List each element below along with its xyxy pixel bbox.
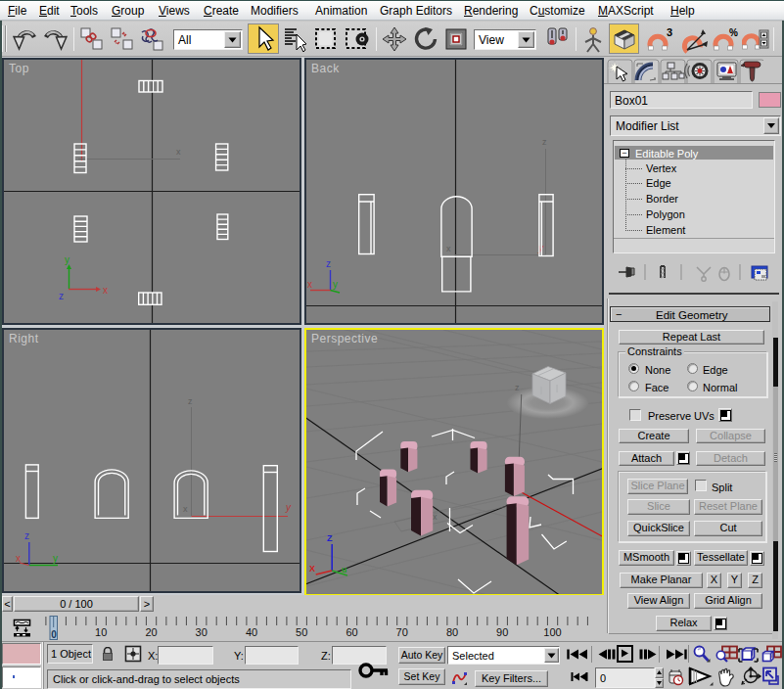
svg-text:0: 0 xyxy=(51,629,57,640)
svg-text:x: x xyxy=(16,553,21,564)
svg-text:Z: Z xyxy=(327,533,333,543)
svg-text:X: X xyxy=(309,564,315,574)
svg-text:y: y xyxy=(53,553,58,564)
svg-text:30: 30 xyxy=(196,626,208,638)
svg-text:x: x xyxy=(183,504,188,514)
svg-text:3: 3 xyxy=(667,26,672,38)
svg-text:y: y xyxy=(333,279,338,290)
svg-text:u: u xyxy=(342,565,347,574)
svg-text:y: y xyxy=(285,502,292,513)
svg-text:70: 70 xyxy=(396,626,408,638)
svg-text:z: z xyxy=(542,137,547,147)
svg-text:x: x xyxy=(433,512,438,522)
svg-text:z: z xyxy=(188,396,193,406)
svg-text:z: z xyxy=(24,530,29,541)
svg-text:y: y xyxy=(537,243,544,253)
svg-text:x: x xyxy=(176,147,181,157)
svg-text:z: z xyxy=(59,291,64,301)
svg-text:10: 10 xyxy=(95,626,107,638)
svg-text:z: z xyxy=(515,383,520,392)
svg-text:y: y xyxy=(65,254,69,265)
svg-text:x: x xyxy=(103,285,108,296)
svg-text:100: 100 xyxy=(543,626,561,638)
svg-text:z: z xyxy=(326,258,331,269)
svg-text:x: x xyxy=(446,244,451,253)
svg-text:50: 50 xyxy=(296,626,307,638)
svg-text:x: x xyxy=(307,279,312,290)
svg-text:40: 40 xyxy=(246,626,257,638)
svg-text:80: 80 xyxy=(446,626,458,638)
svg-text:%: % xyxy=(729,27,738,38)
svg-text:20: 20 xyxy=(145,626,157,638)
svg-text:90: 90 xyxy=(496,626,508,638)
svg-text:60: 60 xyxy=(346,626,357,638)
